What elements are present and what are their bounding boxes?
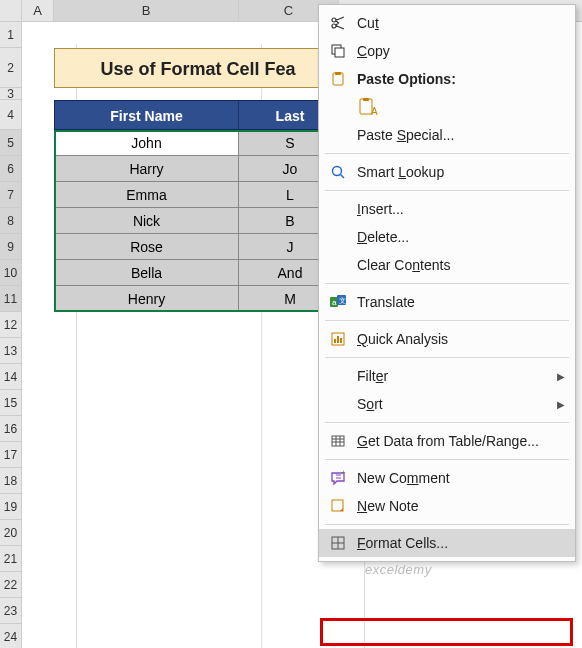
blank-icon [327, 125, 349, 145]
menu-filter-label: Filter [357, 368, 557, 384]
menu-format-cells-label: Format Cells... [357, 535, 565, 551]
menu-quick-analysis-label: Quick Analysis [357, 331, 565, 347]
row-header-14[interactable]: 14 [0, 364, 22, 390]
column-header-b[interactable]: B [54, 0, 239, 21]
svg-text:A: A [371, 106, 378, 117]
menu-insert-label: Insert... [357, 201, 565, 217]
row-header-6[interactable]: 6 [0, 156, 22, 182]
copy-icon [327, 41, 349, 61]
row-header-16[interactable]: 16 [0, 416, 22, 442]
row-header-4[interactable]: 4 [0, 100, 22, 130]
menu-new-comment-label: New Comment [357, 470, 565, 486]
menu-copy-label: Copy [357, 43, 565, 59]
svg-text:a: a [332, 298, 337, 307]
row-header-22[interactable]: 22 [0, 572, 22, 598]
svg-rect-25 [332, 500, 343, 511]
row-header-17[interactable]: 17 [0, 442, 22, 468]
svg-text:+: + [341, 470, 346, 477]
menu-paste-special-label: Paste Special... [357, 127, 565, 143]
row-header-2[interactable]: 2 [0, 48, 22, 88]
menu-get-data[interactable]: Get Data from Table/Range... [319, 427, 575, 455]
row-header-10[interactable]: 10 [0, 260, 22, 286]
quick-analysis-icon [327, 329, 349, 349]
svg-rect-1 [335, 48, 344, 57]
select-all-corner[interactable] [0, 0, 22, 21]
row-header-15[interactable]: 15 [0, 390, 22, 416]
row-header-18[interactable]: 18 [0, 468, 22, 494]
context-menu: Cut Copy Paste Options: A Paste Special.… [318, 4, 576, 562]
menu-paste-special[interactable]: Paste Special... [319, 121, 575, 149]
row-header-strip: 1 2 3 4 5 6 7 8 9 10 11 12 13 14 15 16 1… [0, 22, 22, 648]
comment-icon: + [327, 468, 349, 488]
cell-b9[interactable]: Rose [54, 234, 239, 259]
clipboard-icon [327, 69, 349, 89]
menu-translate[interactable]: a文 Translate [319, 288, 575, 316]
header-first-name: First Name [54, 100, 239, 130]
menu-new-note-label: New Note [357, 498, 565, 514]
svg-point-7 [333, 167, 342, 176]
cell-b5[interactable]: John [54, 130, 239, 155]
row-header-13[interactable]: 13 [0, 338, 22, 364]
menu-paste-default[interactable]: A [319, 93, 575, 121]
row-header-21[interactable]: 21 [0, 546, 22, 572]
menu-translate-label: Translate [357, 294, 565, 310]
menu-copy[interactable]: Copy [319, 37, 575, 65]
svg-text:文: 文 [339, 297, 346, 304]
menu-clear-contents[interactable]: Clear Contents [319, 251, 575, 279]
menu-cut[interactable]: Cut [319, 9, 575, 37]
menu-paste-options-label: Paste Options: [357, 71, 565, 87]
format-cells-icon [327, 533, 349, 553]
svg-rect-17 [332, 436, 344, 446]
menu-delete-label: Delete... [357, 229, 565, 245]
row-header-19[interactable]: 19 [0, 494, 22, 520]
search-icon [327, 162, 349, 182]
menu-smart-lookup[interactable]: Smart Lookup [319, 158, 575, 186]
blank-icon [327, 366, 349, 386]
table-icon [327, 431, 349, 451]
menu-smart-lookup-label: Smart Lookup [357, 164, 565, 180]
menu-insert[interactable]: Insert... [319, 195, 575, 223]
menu-separator [325, 459, 569, 460]
svg-rect-15 [337, 336, 339, 343]
chevron-right-icon: ▶ [557, 399, 565, 410]
row-header-9[interactable]: 9 [0, 234, 22, 260]
menu-cut-label: Cut [357, 15, 565, 31]
cell-b6[interactable]: Harry [54, 156, 239, 181]
row-header-23[interactable]: 23 [0, 598, 22, 624]
data-table: First Name Last John S Harry Jo Emma L N… [54, 100, 342, 312]
menu-filter[interactable]: Filter ▶ [319, 362, 575, 390]
svg-rect-5 [363, 98, 369, 101]
menu-separator [325, 320, 569, 321]
row-header-7[interactable]: 7 [0, 182, 22, 208]
menu-new-comment[interactable]: + New Comment [319, 464, 575, 492]
column-header-a[interactable]: A [22, 0, 54, 21]
menu-new-note[interactable]: New Note [319, 492, 575, 520]
menu-sort[interactable]: Sort ▶ [319, 390, 575, 418]
blank-icon [327, 227, 349, 247]
menu-delete[interactable]: Delete... [319, 223, 575, 251]
blank-icon [327, 255, 349, 275]
menu-separator [325, 357, 569, 358]
row-header-8[interactable]: 8 [0, 208, 22, 234]
svg-rect-14 [334, 339, 336, 343]
row-header-1[interactable]: 1 [0, 22, 22, 48]
menu-quick-analysis[interactable]: Quick Analysis [319, 325, 575, 353]
menu-format-cells[interactable]: Format Cells... [319, 529, 575, 557]
row-header-24[interactable]: 24 [0, 624, 22, 648]
cell-b8[interactable]: Nick [54, 208, 239, 233]
cell-b10[interactable]: Bella [54, 260, 239, 285]
row-header-11[interactable]: 11 [0, 286, 22, 312]
cell-b7[interactable]: Emma [54, 182, 239, 207]
menu-paste-options: Paste Options: [319, 65, 575, 93]
menu-clear-contents-label: Clear Contents [357, 257, 565, 273]
row-header-5[interactable]: 5 [0, 130, 22, 156]
title-banner: Use of Format Cell Fea [54, 48, 342, 88]
chevron-right-icon: ▶ [557, 371, 565, 382]
cell-b11[interactable]: Henry [54, 286, 239, 311]
row-header-12[interactable]: 12 [0, 312, 22, 338]
row-header-3[interactable]: 3 [0, 88, 22, 100]
row-header-20[interactable]: 20 [0, 520, 22, 546]
menu-separator [325, 524, 569, 525]
menu-separator [325, 153, 569, 154]
svg-rect-16 [340, 338, 342, 343]
